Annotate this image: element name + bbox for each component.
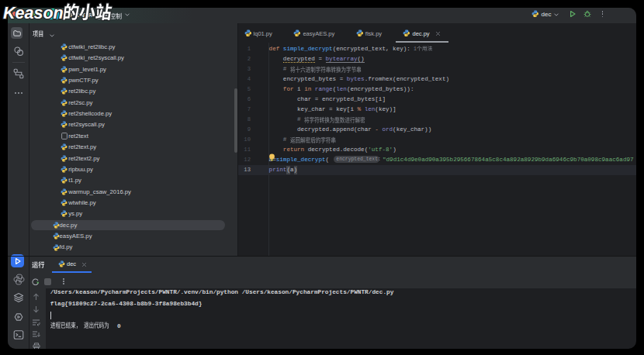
svg-text:1: 1 (414, 47, 417, 52)
svg-text:0: 0 (117, 323, 121, 329)
svg-text:Keason: Keason (3, 4, 64, 22)
